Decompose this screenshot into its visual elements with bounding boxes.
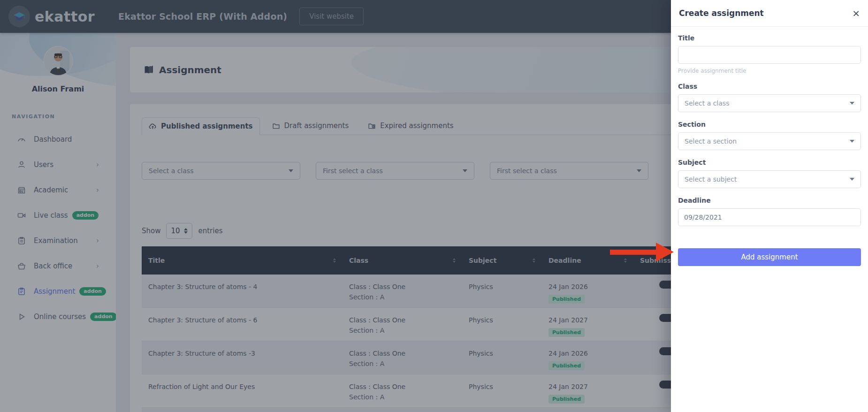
close-icon[interactable]: × (852, 8, 860, 18)
create-assignment-panel: Create assignment × Title Provide assign… (671, 0, 868, 412)
caret-down-icon (850, 102, 854, 105)
subject-field-label: Subject (678, 159, 861, 166)
class-select[interactable]: Select a class (678, 94, 861, 112)
app-root: ekattor Ekattor School ERP (With Addon) … (0, 0, 868, 412)
caret-down-icon (850, 140, 854, 143)
caret-down-icon (850, 178, 854, 181)
add-assignment-button[interactable]: Add assignment (678, 248, 861, 266)
section-field-label: Section (678, 121, 861, 128)
assignment-title-input[interactable] (678, 46, 861, 64)
title-field-label: Title (678, 34, 861, 42)
deadline-input[interactable] (678, 208, 861, 226)
title-field-hint: Provide assignment title (678, 68, 861, 74)
subject-select[interactable]: Select a subject (678, 170, 861, 188)
deadline-field-label: Deadline (678, 197, 861, 204)
class-field-label: Class (678, 83, 861, 90)
section-select[interactable]: Select a section (678, 132, 861, 150)
panel-title: Create assignment (679, 8, 764, 18)
